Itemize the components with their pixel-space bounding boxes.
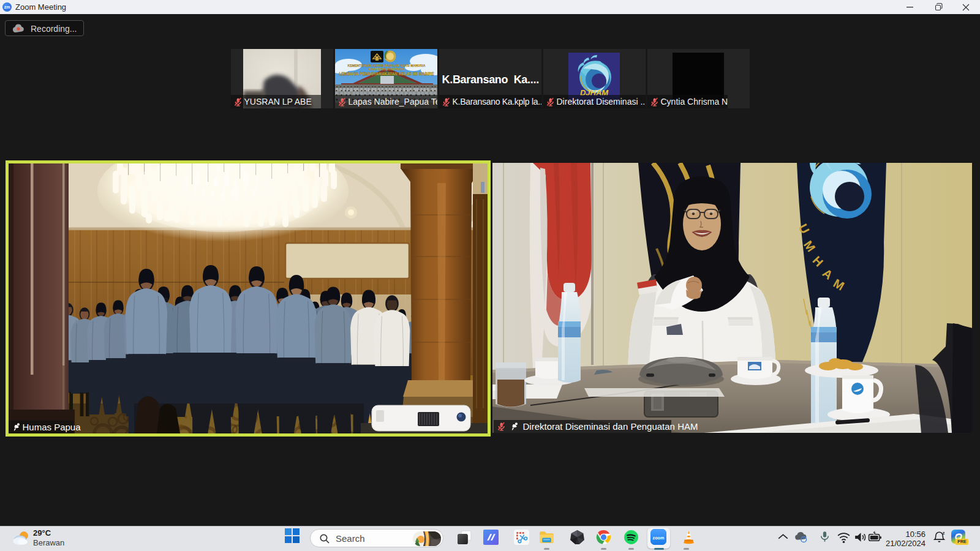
svg-text:LEMBAGA PEMASYARAKATAN KELAS I: LEMBAGA PEMASYARAKATAN KELAS IIB NABIRE — [339, 72, 434, 76]
svg-text:z: z — [943, 530, 945, 536]
svg-text:KANTOR WILAYAH PAPUA: KANTOR WILAYAH PAPUA — [368, 68, 404, 71]
svg-text:zoom: zoom — [653, 535, 665, 541]
svg-text:KEMENTERIAN HUKUM DAN HAK ASAS: KEMENTERIAN HUKUM DAN HAK ASASI MANUSIA — [347, 64, 425, 67]
